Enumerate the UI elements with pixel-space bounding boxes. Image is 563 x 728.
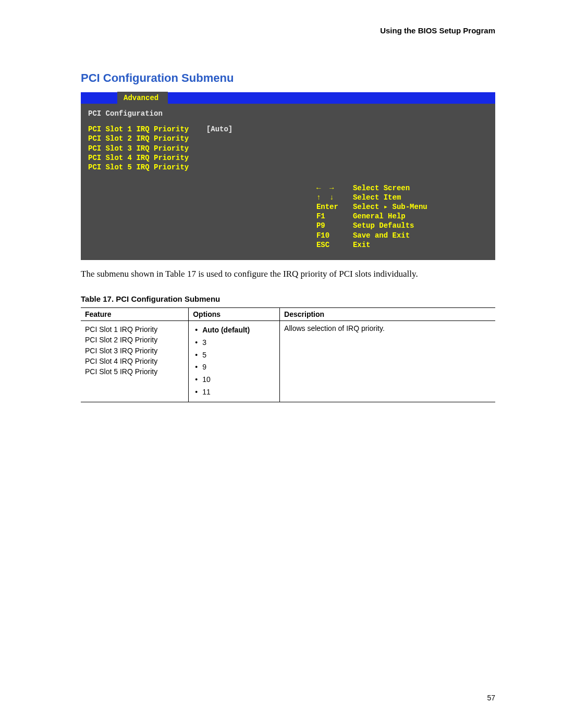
section-heading: PCI Configuration Submenu [81,71,495,85]
description-cell: Allows selection of IRQ priority. [280,321,495,402]
bios-item-slot1[interactable]: PCI Slot 1 IRQ Priority [Auto] [88,125,311,134]
help-esc: ESCExit [316,240,488,250]
feature-item: PCI Slot 1 IRQ Priority [85,324,184,335]
bios-item-slot5[interactable]: PCI Slot 5 IRQ Priority [88,163,311,172]
help-enter: EnterSelect ▸ Sub-Menu [316,202,488,212]
option-item: 11 [193,386,275,399]
bios-item-slot4[interactable]: PCI Slot 4 IRQ Priority [88,153,311,163]
feature-table: Feature Options Description PCI Slot 1 I… [81,307,495,402]
bios-item-slot3[interactable]: PCI Slot 3 IRQ Priority [88,144,311,153]
bios-left-panel: PCI Configuration PCI Slot 1 IRQ Priorit… [81,104,311,255]
col-options: Options [189,308,280,321]
bios-menubar: Advanced [81,92,495,104]
running-header: Using the BIOS Setup Program [81,26,495,35]
option-item: 3 [193,337,275,349]
help-f10: F10Save and Exit [316,231,488,240]
option-item: 9 [193,361,275,374]
option-item: 5 [193,349,275,362]
caption-text: The submenu shown in Table 17 is used to… [81,268,495,280]
help-f1: F1General Help [316,212,488,221]
options-list: Auto (default) 3 5 9 10 11 [193,324,275,399]
col-feature: Feature [81,308,189,321]
feature-list: PCI Slot 1 IRQ Priority PCI Slot 2 IRQ P… [85,324,184,377]
feature-item: PCI Slot 3 IRQ Priority [85,346,184,356]
feature-item: PCI Slot 4 IRQ Priority [85,356,184,366]
help-select-screen: ← →Select Screen [316,183,488,193]
col-description: Description [280,308,495,321]
help-select-item: ↑ ↓Select Item [316,193,488,202]
table-header-row: Feature Options Description [81,308,495,321]
table-row: PCI Slot 1 IRQ Priority PCI Slot 2 IRQ P… [81,321,495,402]
page-number: 57 [487,694,495,702]
option-item: 10 [193,374,275,386]
bios-screen: Advanced PCI Configuration PCI Slot 1 IR… [81,92,495,260]
bios-help-panel: ← →Select Screen ↑ ↓Select Item EnterSel… [311,104,495,255]
bios-item-slot2[interactable]: PCI Slot 2 IRQ Priority [88,134,311,143]
table-caption: Table 17. PCI Configuration Submenu [81,294,495,303]
feature-item: PCI Slot 2 IRQ Priority [85,335,184,345]
option-item: Auto (default) [193,324,275,337]
feature-item: PCI Slot 5 IRQ Priority [85,366,184,377]
bios-tab-advanced[interactable]: Advanced [117,92,168,104]
help-p9: P9Setup Defaults [316,221,488,230]
bios-section-title: PCI Configuration [88,109,311,118]
